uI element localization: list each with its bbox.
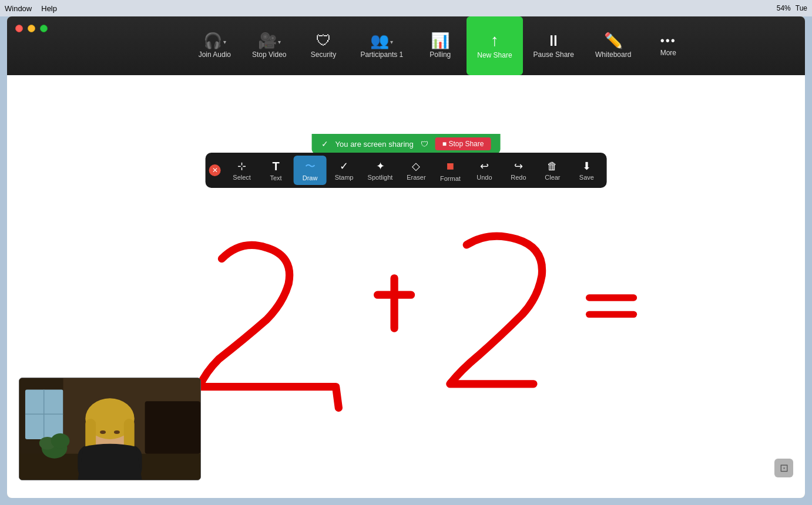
select-icon: ⊹	[237, 160, 246, 173]
new-share-icon: ↑	[491, 32, 499, 49]
participants-label: Participants 1	[361, 51, 404, 59]
toolbar-new-share[interactable]: ↑ New Share	[467, 16, 522, 75]
eraser-icon: ◇	[412, 160, 420, 173]
security-label: Security	[311, 51, 336, 59]
annotation-close-button[interactable]: ✕	[209, 164, 221, 176]
stop-share-button[interactable]: ■ Stop Share	[435, 137, 491, 150]
close-button[interactable]	[15, 25, 23, 32]
whiteboard-icon: ✏️	[604, 33, 623, 48]
sharing-shield-icon: 🛡	[421, 140, 428, 149]
security-icon: 🛡	[316, 33, 331, 48]
menu-bar-left: Window Help	[5, 4, 57, 13]
menu-bar: Window Help 54% Tue	[0, 0, 812, 16]
annotation-toolbar: ✕ ⊹ Select T Text 〜 Draw ✓ Stamp ✦ Spotl…	[206, 153, 607, 188]
sharing-bar: ✓ You are screen sharing 🛡 ■ Stop Share	[312, 134, 501, 154]
stop-video-icon: 🎥	[258, 33, 277, 48]
spotlight-icon: ✦	[376, 160, 385, 173]
text-icon: T	[272, 160, 279, 173]
clear-label: Clear	[545, 174, 560, 181]
close-icon: ✕	[212, 166, 218, 174]
anno-undo[interactable]: ↩ Undo	[468, 156, 501, 184]
toolbar-polling[interactable]: 📊 Polling	[414, 16, 467, 75]
format-label: Format	[440, 175, 461, 182]
video-person-view	[19, 378, 200, 480]
minimize-button[interactable]	[28, 25, 35, 32]
battery-icon: 54%	[777, 4, 791, 12]
svg-rect-13	[145, 401, 200, 453]
save-label: Save	[579, 174, 594, 181]
video-thumbnail	[19, 378, 201, 480]
toolbar-stop-video[interactable]: 🎥 ▾ Stop Video	[241, 16, 297, 75]
zoom-toolbar: 🎧 ▾ Join Audio 🎥 ▾ Stop Video 🛡 Security…	[7, 16, 805, 75]
sharing-text: You are screen sharing	[335, 140, 414, 149]
join-audio-label: Join Audio	[199, 51, 231, 59]
polling-label: Polling	[430, 51, 451, 59]
stamp-label: Stamp	[335, 174, 354, 181]
pause-share-label: Pause Share	[533, 51, 574, 59]
pause-share-icon: ⏸	[546, 33, 561, 48]
redo-icon: ↪	[514, 160, 523, 173]
undo-label: Undo	[477, 174, 492, 181]
whiteboard-label: Whiteboard	[595, 51, 631, 59]
draw-label: Draw	[303, 174, 318, 181]
toolbar-more[interactable]: ••• More	[642, 16, 694, 75]
anno-text[interactable]: T Text	[260, 156, 293, 185]
save-icon: ⬇	[582, 160, 591, 173]
eraser-label: Eraser	[407, 174, 425, 181]
undo-icon: ↩	[480, 160, 489, 173]
join-audio-icon: 🎧	[203, 33, 222, 48]
maximize-button[interactable]	[40, 25, 48, 32]
polling-icon: 📊	[431, 33, 449, 48]
svg-point-12	[51, 433, 70, 449]
anno-spotlight[interactable]: ✦ Spotlight	[362, 156, 399, 184]
stop-video-label: Stop Video	[252, 51, 287, 59]
main-window: 🎧 ▾ Join Audio 🎥 ▾ Stop Video 🛡 Security…	[7, 16, 805, 498]
new-share-label: New Share	[477, 51, 512, 59]
traffic-lights	[15, 25, 48, 32]
anno-select[interactable]: ⊹ Select	[226, 156, 259, 184]
more-label: More	[660, 49, 676, 57]
toolbar-whiteboard[interactable]: ✏️ Whiteboard	[585, 16, 642, 75]
svg-point-20	[114, 430, 120, 434]
expand-icon: ⊡	[780, 462, 788, 474]
participants-icon: 👥	[370, 33, 389, 48]
toolbar-participants[interactable]: 👥 ▾ Participants 1	[350, 16, 414, 75]
toolbar-security[interactable]: 🛡 Security	[297, 16, 350, 75]
toolbar-join-audio[interactable]: 🎧 ▾ Join Audio	[188, 16, 241, 75]
more-icon: •••	[660, 35, 676, 46]
menu-bar-right: 54% Tue	[777, 4, 807, 12]
anno-save[interactable]: ⬇ Save	[570, 156, 603, 184]
anno-stamp[interactable]: ✓ Stamp	[328, 156, 361, 184]
spotlight-label: Spotlight	[368, 174, 393, 181]
sharing-check-icon: ✓	[321, 139, 328, 149]
svg-point-19	[100, 430, 106, 434]
format-icon: ■	[447, 159, 454, 174]
menu-window[interactable]: Window	[5, 4, 32, 13]
stamp-icon: ✓	[340, 160, 348, 173]
toolbar-pause-share[interactable]: ⏸ Pause Share	[523, 16, 585, 75]
menu-help[interactable]: Help	[41, 4, 57, 13]
anno-eraser[interactable]: ◇ Eraser	[400, 156, 432, 184]
window-content: ✓ You are screen sharing 🛡 ■ Stop Share …	[7, 75, 805, 498]
video-background	[19, 378, 200, 480]
anno-format[interactable]: ■ Format	[434, 155, 467, 186]
select-label: Select	[233, 174, 251, 181]
clear-icon: 🗑	[547, 160, 558, 173]
clock: Tue	[796, 4, 807, 12]
anno-draw[interactable]: 〜 Draw	[294, 156, 327, 185]
anno-clear[interactable]: 🗑 Clear	[536, 157, 569, 184]
draw-icon: 〜	[305, 159, 316, 173]
text-label: Text	[270, 174, 282, 181]
anno-redo[interactable]: ↪ Redo	[502, 156, 535, 184]
redo-label: Redo	[511, 174, 526, 181]
expand-button[interactable]: ⊡	[774, 459, 793, 477]
